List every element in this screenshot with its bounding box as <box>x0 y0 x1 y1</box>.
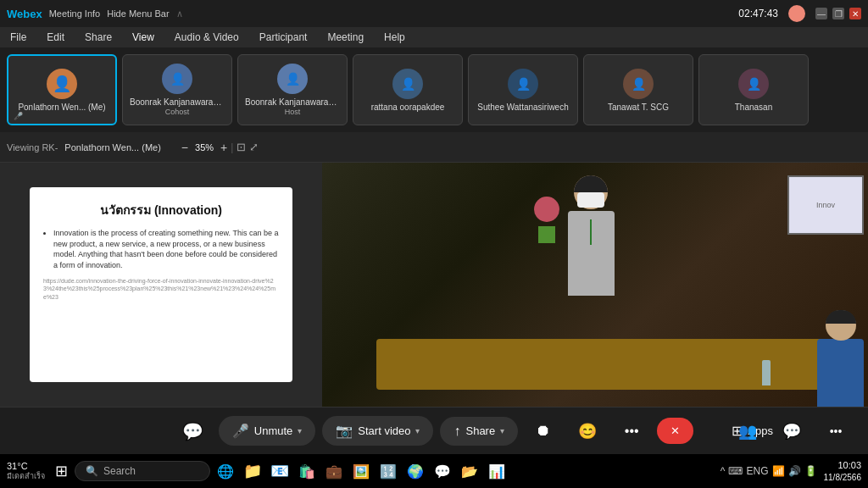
slide-bullet: Innovation is the process of creating so… <box>53 228 279 270</box>
chat-right-button[interactable]: 💬 <box>773 413 810 450</box>
taskbar-edge-icon[interactable]: 🌐 <box>214 459 237 483</box>
taskbar-store-icon[interactable]: 🛍️ <box>295 459 319 483</box>
system-tray: ^ ⌨ ENG 📶 🔊 🔋 10:03 11/8/2566 <box>721 459 861 482</box>
slide-title: นวัตกรรม (Innovation) <box>43 201 279 219</box>
webex-logo: Webex <box>7 8 42 20</box>
temperature: 31°C <box>7 461 45 472</box>
presentation-screen: Innov <box>787 175 864 235</box>
participant-name-2: Boonrak Kanjanawarawa... <box>242 97 343 107</box>
presenter-figure <box>568 175 615 296</box>
taskbar-teams-icon[interactable]: 💼 <box>322 459 346 483</box>
audience-area <box>766 313 868 407</box>
fit-to-screen-icon[interactable]: ⊡ <box>236 141 246 153</box>
viewing-bar: Viewing RK- Ponlathorn Wen... (Me) − 35%… <box>0 132 868 163</box>
participant-tile-me[interactable]: 👤 Ponlathorn Wen... (Me) 🎤 <box>7 54 117 125</box>
weather-sub: มีเดตสำเร็จ <box>7 472 45 481</box>
zoom-level: 35% <box>192 142 217 152</box>
unmute-arrow-icon: ▾ <box>298 426 302 435</box>
participant-tile-3[interactable]: 👤 rattana oorapakdee <box>353 54 463 125</box>
slide-panel: นวัตกรรม (Innovation) Innovation is the … <box>0 163 322 407</box>
participant-tile-2[interactable]: 👤 Boonrak Kanjanawarawa... Host <box>237 54 348 125</box>
unmute-button[interactable]: 🎤 Unmute ▾ <box>219 416 316 446</box>
share-arrow-icon: ▾ <box>500 426 504 435</box>
taskbar-calc-icon[interactable]: 🔢 <box>376 459 400 483</box>
taskbar-mail-icon[interactable]: 📧 <box>268 459 292 483</box>
hide-menu-button[interactable]: Hide Menu Bar <box>107 8 169 19</box>
zoom-increase-button[interactable]: + <box>220 141 227 154</box>
flower-decor <box>530 197 564 239</box>
more-button[interactable]: ••• <box>613 413 650 450</box>
slide-url: https://dude.com/innovation-the-driving-… <box>43 277 279 300</box>
toolbar-right: 👥 💬 ••• <box>729 413 854 450</box>
end-call-button[interactable]: ✕ <box>657 418 693 444</box>
menu-view[interactable]: View <box>129 30 158 45</box>
more-right-button[interactable]: ••• <box>817 413 854 450</box>
volume-icon[interactable]: 🔊 <box>788 465 801 477</box>
titlebar: Webex Meeting Info Hide Menu Bar ∧ 02:47… <box>0 0 868 27</box>
record-button[interactable]: ⏺ <box>525 413 562 450</box>
taskbar-line-icon[interactable]: 💬 <box>431 459 454 483</box>
share-label: Share <box>465 424 495 437</box>
menu-file[interactable]: File <box>7 30 30 45</box>
battery-icon: 🔋 <box>804 465 817 477</box>
participant-name-me: Ponlathorn Wen... (Me) <box>14 103 108 112</box>
language-indicator: ENG <box>746 465 768 477</box>
maximize-button[interactable]: ❐ <box>832 8 844 19</box>
unmute-label: Unmute <box>254 424 293 437</box>
participant-tile-1[interactable]: 👤 Boonrak Kanjanawarawa... Cohost <box>122 54 232 125</box>
search-icon: 🔍 <box>86 465 98 477</box>
lanyard <box>590 219 592 245</box>
search-placeholder: Search <box>103 465 136 477</box>
video-background: Innov <box>322 163 868 407</box>
user-avatar <box>788 5 805 22</box>
menu-meeting[interactable]: Meeting <box>324 30 367 45</box>
menu-participant[interactable]: Participant <box>256 30 311 45</box>
water-bottle <box>762 360 771 385</box>
close-button[interactable]: ✕ <box>849 8 861 19</box>
titlebar-right: 02:47:43 — ❐ ✕ <box>738 5 861 22</box>
participant-tile-5[interactable]: 👤 Tanawat T. SCG <box>583 54 693 125</box>
zoom-decrease-button[interactable]: − <box>181 141 188 154</box>
menu-audio-video[interactable]: Audio & Video <box>171 30 242 45</box>
taskbar-clock[interactable]: 10:03 11/8/2566 <box>824 459 862 482</box>
audience-body <box>817 339 864 407</box>
taskbar-explorer-icon[interactable]: 📂 <box>458 459 481 483</box>
video-arrow-icon: ▾ <box>415 426 420 435</box>
presenter-head <box>574 175 608 209</box>
participant-tile-6[interactable]: 👤 Thanasan <box>698 54 809 125</box>
camera-icon: 📷 <box>336 423 353 439</box>
minimize-button[interactable]: — <box>815 8 827 19</box>
chat-button[interactable]: 💬 <box>175 413 212 450</box>
participants-strip: 👤 Ponlathorn Wen... (Me) 🎤 👤 Boonrak Kan… <box>0 47 868 132</box>
start-video-button[interactable]: 📷 Start video ▾ <box>322 416 433 446</box>
participant-tile-4[interactable]: 👤 Suthee Wattanasiriwech <box>468 54 578 125</box>
participants-button[interactable]: 👥 <box>729 413 766 450</box>
share-icon: ↑ <box>453 424 460 439</box>
mic-icon-me: 🎤 <box>14 112 23 120</box>
mic-icon: 🎤 <box>232 423 249 439</box>
taskbar-search[interactable]: 🔍 Search <box>75 461 210 481</box>
start-button[interactable]: ⊞ <box>55 462 68 480</box>
window-controls: — ❐ ✕ <box>815 8 861 19</box>
participant-name-5: Tanawat T. SCG <box>604 103 672 112</box>
menu-help[interactable]: Help <box>381 30 409 45</box>
tray-arrow-icon[interactable]: ^ <box>721 465 726 477</box>
participant-name-4: Suthee Wattanasiriwech <box>474 103 571 112</box>
emoji-button[interactable]: 😊 <box>569 413 606 450</box>
presenter-mask <box>577 192 604 208</box>
taskbar-app9-icon[interactable]: 📊 <box>485 459 509 483</box>
taskbar: 31°C มีเดตสำเร็จ ⊞ 🔍 Search 🌐 📁 📧 🛍️ 💼 🖼… <box>0 454 868 488</box>
taskbar-chrome-icon[interactable]: 🌍 <box>403 459 427 483</box>
zoom-controls: − 35% + | ⊡ ⤢ <box>181 141 259 154</box>
menu-edit[interactable]: Edit <box>43 30 68 45</box>
titlebar-left: Webex Meeting Info Hide Menu Bar ∧ <box>7 8 183 20</box>
audience-head <box>826 310 856 341</box>
meeting-info-button[interactable]: Meeting Info <box>49 8 101 19</box>
taskbar-folder-icon[interactable]: 📁 <box>241 459 264 483</box>
taskbar-photos-icon[interactable]: 🖼️ <box>349 459 373 483</box>
full-screen-icon[interactable]: ⤢ <box>249 141 259 153</box>
menu-share[interactable]: Share <box>81 30 115 45</box>
participant-role-1: Cohost <box>165 108 190 116</box>
share-button[interactable]: ↑ Share ▾ <box>440 417 518 446</box>
wifi-icon[interactable]: 📶 <box>772 465 785 477</box>
